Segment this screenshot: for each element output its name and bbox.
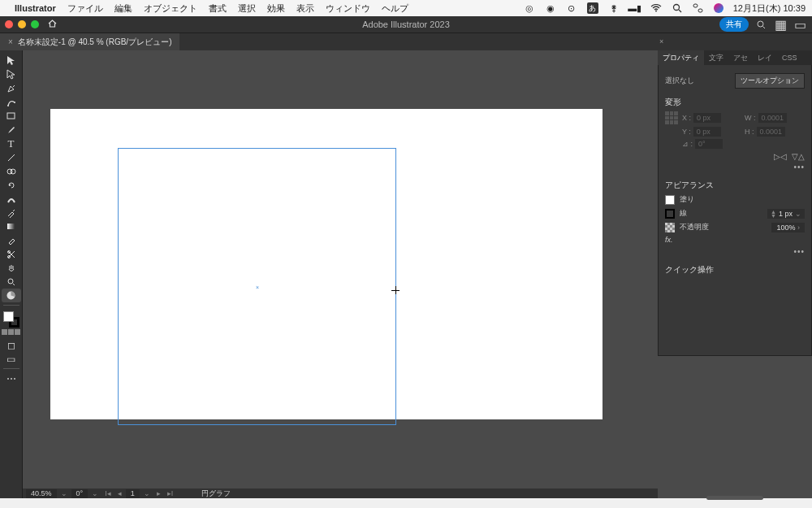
share-button[interactable]: 共有 (719, 17, 749, 32)
appearance-more-icon[interactable]: ••• (665, 247, 805, 256)
line-tool[interactable] (2, 150, 21, 164)
first-artboard-icon[interactable]: I◂ (102, 489, 114, 497)
type-tool[interactable]: T (2, 137, 21, 150)
artboard-index-field[interactable]: 1 (126, 489, 140, 498)
curvature-tool[interactable] (2, 95, 21, 109)
fx-label[interactable]: fx. (665, 236, 673, 244)
menu-edit[interactable]: 編集 (114, 2, 132, 15)
home-icon[interactable] (47, 19, 58, 31)
status-icon-2[interactable]: ◉ (545, 2, 556, 14)
artboard-dropdown-icon[interactable]: ⌄ (141, 489, 153, 497)
menu-type[interactable]: 書式 (209, 2, 227, 15)
color-mode-row[interactable] (2, 329, 20, 335)
hand-tool[interactable] (2, 261, 21, 275)
canvas-area[interactable]: × (23, 50, 658, 488)
eyedropper-tool[interactable] (2, 206, 21, 219)
last-artboard-icon[interactable]: ▸I (165, 489, 176, 497)
x-field[interactable]: 0 px (693, 113, 721, 123)
stroke-swatch-panel[interactable] (665, 209, 675, 219)
angle-field[interactable]: 0° (695, 139, 723, 149)
search-icon[interactable] (672, 2, 683, 14)
search-panel-icon[interactable] (754, 17, 768, 32)
tab-properties[interactable]: プロパティ (658, 50, 704, 65)
w-field[interactable]: 0.0001 (758, 113, 788, 123)
fill-swatch-panel[interactable] (665, 195, 675, 205)
status-icon-clock[interactable]: ⊙ (566, 2, 577, 14)
tool-separator (3, 305, 19, 306)
control-center-icon[interactable] (693, 2, 704, 14)
stroke-label: 線 (680, 208, 687, 219)
opacity-swatch[interactable] (665, 223, 675, 232)
angle-label: ⊿ : (682, 140, 693, 148)
rotate-dropdown-icon[interactable]: ⌄ (89, 489, 101, 497)
menu-effect[interactable]: 効果 (267, 2, 285, 15)
bluetooth-icon[interactable]: ⚵ (608, 2, 620, 14)
panel-scroll-thumb[interactable] (706, 496, 763, 500)
zoom-field[interactable]: 40.5% (26, 489, 57, 498)
menu-help[interactable]: ヘルプ (382, 2, 408, 15)
svg-point-7 (7, 105, 9, 106)
app-name[interactable]: Illustrator (15, 3, 56, 13)
draw-mode[interactable]: ◻ (2, 338, 21, 352)
rotate-field[interactable]: 0° (71, 489, 89, 498)
menu-window[interactable]: ウィンドウ (326, 2, 370, 15)
h-field[interactable]: 0.0001 (757, 127, 786, 137)
eraser-tool[interactable] (2, 233, 21, 247)
paintbrush-tool[interactable] (2, 123, 21, 137)
y-label: Y : (682, 128, 691, 136)
next-artboard-icon[interactable]: ▸ (154, 489, 163, 497)
zoom-window-button[interactable] (31, 20, 39, 28)
screen-mode[interactable]: ▭ (2, 352, 21, 366)
menu-select[interactable]: 選択 (238, 2, 256, 15)
stroke-weight-field[interactable]: ▲▼ 1 px ⌄ (767, 209, 805, 219)
minimize-window-button[interactable] (18, 20, 26, 28)
edit-toolbar[interactable]: ⋯ (2, 371, 21, 385)
zoom-dropdown-icon[interactable]: ⌄ (58, 489, 70, 497)
transform-more-icon[interactable]: ••• (665, 163, 805, 172)
selection-tool[interactable] (2, 54, 21, 67)
wifi-icon[interactable] (650, 2, 662, 14)
document-tab[interactable]: × 名称未設定-1 @ 40.5 % (RGB/プレビュー) (0, 33, 179, 51)
selection-status: 選択なし (665, 76, 694, 86)
zoom-tool[interactable] (2, 275, 21, 289)
battery-icon[interactable]: ▬▮ (629, 2, 641, 14)
flip-v-icon[interactable]: ▽△ (792, 152, 805, 161)
fill-swatch[interactable] (3, 311, 14, 322)
y-field[interactable]: 0 px (693, 127, 721, 137)
flip-h-icon[interactable]: ▷◁ (774, 152, 787, 161)
rectangle-tool[interactable] (2, 109, 21, 123)
close-window-button[interactable] (5, 20, 13, 28)
pen-tool[interactable] (2, 81, 21, 95)
close-tab-icon[interactable]: × (8, 37, 13, 46)
scissors-tool[interactable] (2, 247, 21, 261)
menu-object[interactable]: オブジェクト (144, 2, 197, 15)
menu-file[interactable]: ファイル (67, 2, 103, 15)
shape-builder-tool[interactable] (2, 164, 21, 178)
tool-options-button[interactable]: ツールオプション (735, 73, 805, 89)
menubar-datetime[interactable]: 12月1日(木) 10:39 (733, 2, 806, 15)
gradient-tool[interactable] (2, 219, 21, 233)
siri-icon[interactable] (714, 3, 723, 13)
opacity-field[interactable]: 100% › (771, 223, 805, 232)
graph-tool[interactable] (2, 289, 21, 302)
macos-menubar: Illustrator ファイル 編集 オブジェクト 書式 選択 効果 表示 ウ… (0, 0, 812, 16)
tab-layers[interactable]: レイ (753, 50, 777, 65)
workspace-icon[interactable]: ▭ (793, 17, 807, 32)
prev-artboard-icon[interactable]: ◂ (115, 489, 124, 497)
direct-selection-tool[interactable] (2, 67, 21, 81)
svg-point-12 (11, 169, 15, 174)
rotate-tool[interactable] (2, 178, 21, 192)
workspace: T ◻ ▭ ⋯ × 40.5% ⌄ 0° ⌄ I◂ ◂ (0, 50, 812, 498)
tab-character[interactable]: 文字 (704, 50, 728, 65)
reference-point-grid[interactable] (665, 111, 678, 124)
width-tool[interactable] (2, 192, 21, 206)
panel-close-icon[interactable]: × (658, 36, 665, 47)
tab-css[interactable]: CSS (777, 50, 802, 65)
tab-assets[interactable]: アセ (728, 50, 753, 65)
menu-view[interactable]: 表示 (296, 2, 314, 15)
fill-stroke-control[interactable] (3, 311, 19, 328)
status-icon-ime[interactable]: あ (587, 2, 598, 14)
status-icon-1[interactable]: ◎ (524, 2, 535, 14)
arrange-icon[interactable]: ▦ (773, 17, 788, 32)
window-title: Adobe Illustrator 2023 (362, 20, 450, 29)
